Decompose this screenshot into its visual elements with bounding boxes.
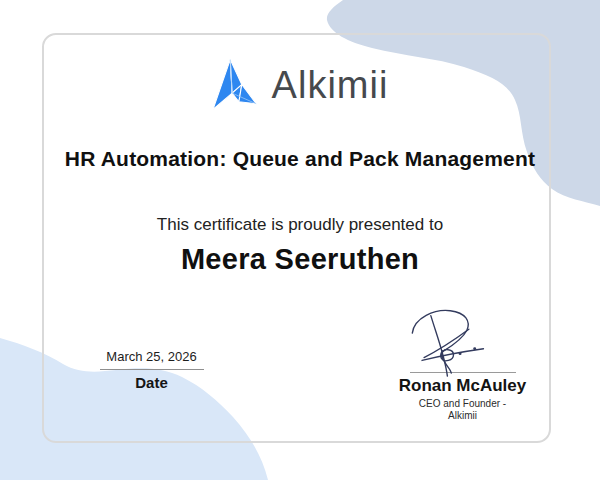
date-block: March 25, 2026 Date [88, 349, 215, 391]
certificate-content: Alkimii HR Automation: Queue and Pack Ma… [0, 0, 600, 480]
signatory-role-line1: CEO and Founder - [419, 398, 506, 409]
signatory-role-line2: Alkimii [448, 410, 477, 421]
date-value: March 25, 2026 [88, 349, 215, 364]
recipient-name: Meera Seeruthen [0, 243, 600, 276]
signature-icon [398, 300, 528, 378]
course-title: HR Automation: Queue and Pack Management [0, 147, 600, 171]
signatory-role: CEO and Founder - Alkimii [390, 398, 535, 422]
brand-wordmark: Alkimii [272, 58, 389, 113]
presented-text: This certificate is proudly presented to [0, 215, 600, 235]
alkimii-logo: Alkimii [0, 58, 600, 113]
signatory-name: Ronan McAuley [390, 376, 535, 396]
date-label: Date [88, 374, 215, 391]
signature-rule-line [410, 372, 516, 373]
signature-block: Ronan McAuley CEO and Founder - Alkimii [390, 300, 535, 422]
alkimii-logo-icon [212, 58, 260, 113]
date-rule-line [100, 369, 204, 370]
